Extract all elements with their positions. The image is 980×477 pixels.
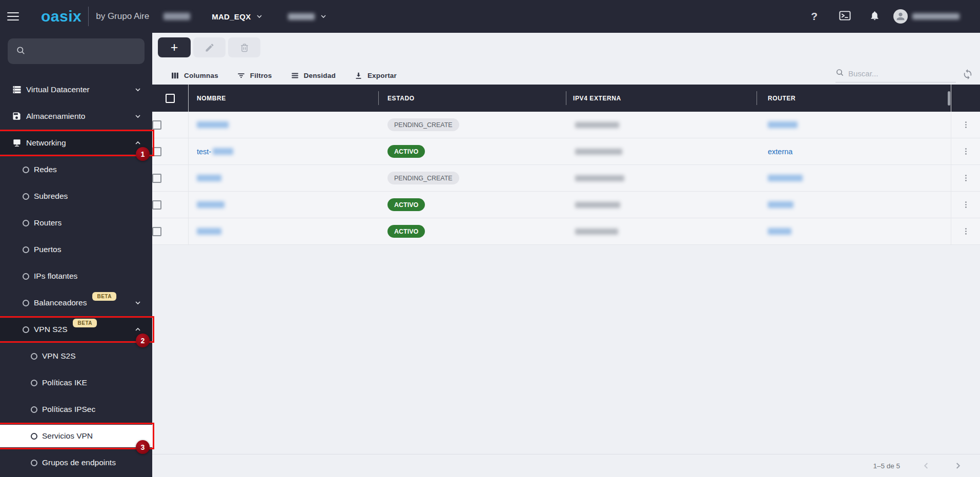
row-checkbox[interactable] — [152, 174, 161, 183]
sidebar-item-vpn-s2s[interactable]: VPN S2S — [0, 345, 152, 367]
next-page-button[interactable] — [952, 460, 964, 471]
help-icon[interactable]: ? — [811, 10, 818, 23]
datacenter-selector[interactable]: MAD_EQX — [212, 12, 263, 21]
filters-button[interactable]: Filtros — [237, 71, 272, 80]
filter-icon — [237, 71, 246, 80]
menu-icon[interactable] — [7, 10, 23, 23]
redacted-router — [768, 228, 791, 235]
terminal-icon[interactable] — [839, 10, 851, 24]
scrollbar-thumb[interactable] — [948, 91, 950, 106]
row-router-link[interactable]: externa — [768, 148, 792, 156]
row-checkbox[interactable] — [152, 200, 161, 210]
sidebar-item-vpn-s2s[interactable]: VPN S2SBETA2 — [0, 318, 152, 341]
column-header-ipv4-externa[interactable]: IPV4 EXTERNA — [566, 85, 757, 112]
sidebar-item-routers[interactable]: Routers — [0, 212, 152, 234]
prev-page-button[interactable] — [921, 460, 932, 471]
avatar[interactable] — [893, 9, 908, 24]
row-checkbox[interactable] — [152, 227, 161, 236]
search-input[interactable] — [848, 69, 941, 78]
table-footer: 1–5 de 5 — [152, 454, 980, 477]
bell-icon[interactable] — [869, 10, 880, 23]
beta-badge: BETA — [92, 292, 116, 301]
sidebar-item-puertos[interactable]: Puertos — [0, 238, 152, 261]
search-icon — [835, 68, 844, 79]
refresh-icon[interactable] — [962, 69, 973, 82]
status-badge: ACTIVO — [387, 198, 425, 211]
add-button[interactable]: + — [158, 37, 191, 57]
pagination-label: 1–5 de 5 — [873, 462, 900, 470]
sidebar-item-pol-ticas-ipsec[interactable]: Políticas IPSec — [0, 398, 152, 421]
redacted-router — [768, 175, 803, 181]
sidebar-item-balanceadores[interactable]: BalanceadoresBETA — [0, 292, 152, 314]
column-header-estado[interactable]: ESTADO — [378, 85, 566, 112]
annotation-badge-3: 3 — [136, 440, 150, 454]
columns-icon — [171, 71, 179, 80]
redacted-row-name — [197, 201, 224, 208]
sidebar-item-label: Políticas IKE — [42, 378, 87, 387]
column-header-router[interactable]: ROUTER — [757, 85, 951, 112]
sidebar-item-virtual-datacenter[interactable]: Virtual Datacenter — [0, 78, 152, 101]
density-button[interactable]: Densidad — [291, 71, 336, 80]
circle-bullet-icon — [31, 353, 37, 360]
row-name-link[interactable]: test- — [197, 148, 211, 156]
sidebar-item-label: Puertos — [34, 245, 61, 254]
circle-bullet-icon — [31, 406, 37, 413]
edit-button[interactable] — [193, 37, 226, 57]
circle-bullet-icon — [23, 326, 29, 333]
circle-bullet-icon — [23, 167, 29, 173]
tenant-selector[interactable] — [288, 12, 328, 20]
redacted-username — [912, 13, 959, 19]
sidebar-item-networking[interactable]: Networking1 — [0, 132, 152, 154]
sidebar-item-subredes[interactable]: Subredes — [0, 185, 152, 208]
circle-bullet-icon — [31, 433, 37, 440]
row-menu-icon[interactable] — [962, 200, 970, 209]
network-icon — [12, 138, 22, 148]
sidebar-item-label: Servicios VPN — [42, 431, 93, 441]
sidebar-item-label: VPN S2S — [34, 325, 67, 334]
redacted-org-name — [164, 13, 190, 20]
export-label: Exportar — [368, 72, 397, 79]
row-checkbox[interactable] — [152, 147, 161, 156]
sidebar-item-ips-flotantes[interactable]: IPs flotantes — [0, 265, 152, 287]
sidebar-item-redes[interactable]: Redes — [0, 158, 152, 181]
sidebar-item-pol-ticas-ike[interactable]: Políticas IKE — [0, 371, 152, 394]
export-button[interactable]: Exportar — [354, 71, 397, 80]
column-header-nombre[interactable]: NOMBRE — [188, 85, 378, 112]
table-row: PENDING_CREATE — [152, 165, 980, 192]
chevron-up-icon — [134, 139, 142, 147]
redacted-ipv4 — [575, 122, 619, 128]
sidebar-item-label: Routers — [34, 218, 62, 227]
redacted-ipv4 — [575, 202, 620, 208]
columns-button[interactable]: Columnas — [171, 71, 218, 80]
sidebar-item-label: Grupos de endpoints — [42, 458, 116, 467]
chevron-down-icon — [134, 299, 142, 307]
circle-bullet-icon — [23, 273, 29, 280]
chevron-up-icon — [134, 325, 142, 334]
row-menu-icon[interactable] — [962, 120, 970, 129]
status-badge: PENDING_CREATE — [387, 118, 459, 131]
row-menu-icon[interactable] — [962, 147, 970, 156]
table-row: ACTIVO — [152, 192, 980, 218]
row-menu-icon[interactable] — [962, 227, 970, 236]
row-menu-icon[interactable] — [962, 174, 970, 182]
sidebar-item-servicios-vpn[interactable]: Servicios VPN3 — [0, 425, 152, 447]
sidebar-item-label: Subredes — [34, 192, 68, 201]
sidebar-search-input[interactable] — [8, 38, 145, 64]
redacted-row-name — [197, 121, 229, 128]
sidebar-item-grupos-de-endpoints[interactable]: Grupos de endpoints — [0, 451, 152, 474]
sidebar-item-label: Virtual Datacenter — [26, 85, 90, 94]
density-label: Densidad — [304, 72, 336, 79]
sidebar-item-almacenamiento[interactable]: Almacenamiento — [0, 105, 152, 128]
redacted-ipv4 — [575, 175, 624, 181]
row-checkbox[interactable] — [152, 120, 161, 130]
redacted-router — [768, 201, 793, 208]
circle-bullet-icon — [23, 193, 29, 200]
chevron-down-icon — [134, 112, 142, 120]
circle-bullet-icon — [31, 460, 37, 466]
circle-bullet-icon — [31, 380, 37, 386]
table-header: NOMBRE ESTADO IPV4 EXTERNA ROUTER — [152, 85, 980, 112]
select-all-checkbox[interactable] — [166, 94, 175, 103]
filters-label: Filtros — [250, 72, 272, 79]
delete-button[interactable] — [228, 37, 260, 57]
table-row: PENDING_CREATE — [152, 112, 980, 138]
